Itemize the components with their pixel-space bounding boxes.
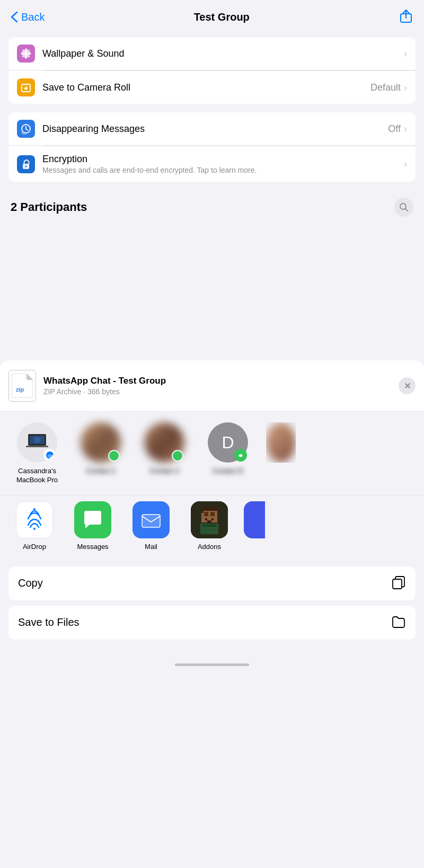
- settings-section-1: Wallpaper & Sound › Save to Camera Roll …: [8, 37, 416, 104]
- svg-rect-27: [142, 515, 160, 527]
- airdrop-app-icon: [16, 501, 53, 538]
- contact-d-name: Contact D: [213, 467, 243, 476]
- svg-rect-36: [201, 507, 217, 511]
- share-sheet: zip WhatsApp Chat - Test Group ZIP Archi…: [0, 360, 424, 868]
- wallpaper-chevron: ›: [404, 48, 407, 59]
- page-title: Test Group: [194, 11, 250, 23]
- svg-point-14: [400, 203, 406, 209]
- contact-blurred-2[interactable]: Contact 2: [74, 422, 127, 485]
- bottom-area: [0, 645, 424, 671]
- back-label: Back: [21, 11, 45, 23]
- zip-file-icon: zip: [8, 370, 36, 402]
- contact-2-online-dot: [108, 450, 120, 462]
- encryption-sublabel: Messages and calls are end-to-end encryp…: [42, 166, 404, 174]
- action-rows: Copy Save to Files: [8, 566, 416, 640]
- contact-d-letter: D: [222, 433, 234, 453]
- camera-roll-value: Default: [370, 82, 401, 93]
- disappearing-chevron: ›: [404, 123, 407, 135]
- contact-2-name: Contact 2: [86, 467, 116, 476]
- settings-row-encryption[interactable]: Encryption Messages and calls are end-to…: [8, 146, 416, 182]
- camera-roll-label: Save to Camera Roll: [42, 82, 370, 93]
- camera-roll-icon: [17, 78, 35, 96]
- camera-roll-chevron: ›: [404, 82, 407, 93]
- app-mail[interactable]: Mail: [127, 501, 175, 551]
- share-file-meta: ZIP Archive · 366 bytes: [43, 387, 399, 396]
- disappearing-value: Off: [388, 123, 401, 135]
- home-indicator: [175, 663, 249, 666]
- action-copy[interactable]: Copy: [8, 566, 416, 600]
- encryption-icon: [17, 155, 35, 173]
- contact-blurred-3[interactable]: Contact 3: [138, 422, 191, 485]
- macbook-avatar: [17, 422, 57, 463]
- settings-row-disappearing[interactable]: Disappearing Messages Off ›: [8, 112, 416, 146]
- save-files-icon: [391, 614, 406, 631]
- settings-row-wallpaper[interactable]: Wallpaper & Sound ›: [8, 37, 416, 70]
- svg-rect-35: [207, 520, 211, 522]
- encryption-label: Encryption: [42, 154, 404, 165]
- encryption-chevron: ›: [404, 158, 407, 170]
- svg-rect-18: [26, 446, 48, 447]
- svg-point-25: [33, 528, 36, 530]
- svg-rect-34: [211, 518, 214, 520]
- app-partial[interactable]: [244, 501, 265, 551]
- share-file-info: WhatsApp Chat - Test Group ZIP Archive ·…: [43, 376, 399, 396]
- svg-rect-40: [393, 579, 402, 589]
- encryption-info: Encryption Messages and calls are end-to…: [42, 154, 404, 174]
- search-icon: [399, 202, 409, 212]
- contact-3-online-dot: [172, 450, 183, 462]
- nav-header: Back Test Group: [0, 0, 424, 32]
- share-icon: [399, 8, 413, 23]
- svg-rect-37: [201, 507, 204, 513]
- participants-header: 2 Participants: [0, 190, 424, 224]
- save-files-label: Save to Files: [18, 616, 80, 628]
- action-save-files[interactable]: Save to Files: [8, 606, 416, 640]
- partial-app-icon: [244, 501, 265, 538]
- contact-3-name: Contact 3: [149, 467, 179, 476]
- svg-text:zip: zip: [16, 386, 24, 393]
- settings-row-camera-roll[interactable]: Save to Camera Roll Default ›: [8, 71, 416, 104]
- mail-label: Mail: [145, 543, 157, 551]
- disappearing-label: Disappearing Messages: [42, 123, 388, 135]
- app-airdrop[interactable]: AirDrop: [11, 501, 58, 551]
- contact-5-avatar: [266, 422, 296, 463]
- svg-rect-39: [202, 525, 216, 527]
- share-contacts-row: Cassandra'sMacBook Pro Contact 2 Contact…: [0, 412, 424, 495]
- share-header: zip WhatsApp Chat - Test Group ZIP Archi…: [0, 360, 424, 412]
- contact-blurred-5[interactable]: [265, 422, 297, 485]
- app-addons[interactable]: Addons: [186, 501, 233, 551]
- messages-app-icon: [74, 501, 111, 538]
- contact-d[interactable]: D Contact D: [201, 422, 254, 485]
- macbook-name: Cassandra'sMacBook Pro: [16, 467, 58, 485]
- svg-point-22: [49, 458, 50, 459]
- participants-search-button[interactable]: [394, 198, 413, 217]
- contact-d-messages-badge: [234, 449, 247, 462]
- participants-title: 2 Participants: [11, 200, 87, 214]
- mail-app-icon: [132, 501, 170, 538]
- settings-section-2: Disappearing Messages Off › Encryption M…: [8, 112, 416, 182]
- svg-rect-31: [204, 512, 208, 516]
- copy-icon: [391, 575, 406, 592]
- contact-d-avatar: D: [208, 422, 248, 463]
- wallpaper-icon: [17, 45, 35, 63]
- share-apps-row: AirDrop Messages Mail: [0, 495, 424, 561]
- addons-label: Addons: [198, 543, 221, 551]
- share-close-button[interactable]: ✕: [399, 377, 416, 394]
- contact-macbook[interactable]: Cassandra'sMacBook Pro: [11, 422, 64, 485]
- share-button[interactable]: [399, 8, 413, 25]
- airdrop-badge: [43, 449, 56, 462]
- svg-rect-33: [205, 518, 207, 520]
- copy-label: Copy: [18, 577, 43, 589]
- messages-label: Messages: [77, 543, 108, 551]
- wallpaper-label: Wallpaper & Sound: [42, 48, 404, 59]
- share-file-name: WhatsApp Chat - Test Group: [43, 376, 399, 386]
- app-messages[interactable]: Messages: [69, 501, 117, 551]
- airdrop-label: AirDrop: [23, 543, 46, 551]
- close-icon: ✕: [404, 381, 411, 391]
- disappearing-icon: [17, 120, 35, 138]
- svg-point-26: [33, 508, 36, 510]
- back-button[interactable]: Back: [11, 11, 45, 23]
- addons-app-icon: [191, 501, 228, 538]
- svg-point-13: [25, 165, 27, 167]
- svg-point-20: [34, 437, 40, 443]
- svg-rect-32: [210, 512, 215, 516]
